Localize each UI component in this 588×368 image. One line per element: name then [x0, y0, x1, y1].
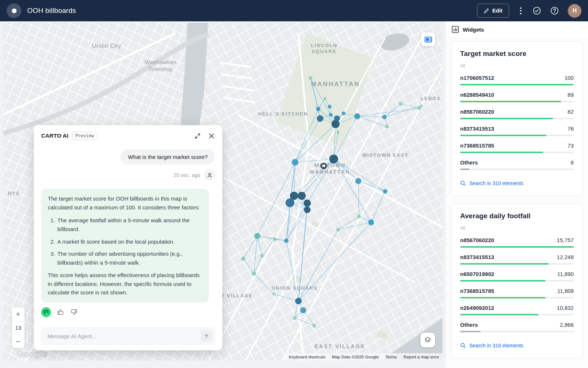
keyboard-shortcuts-link[interactable]: Keyboard shortcuts	[286, 353, 329, 361]
billboard-marker-glyph	[322, 165, 325, 167]
billboard-node[interactable]	[300, 307, 306, 313]
pencil-icon	[484, 8, 489, 14]
row-label: Others	[460, 159, 478, 166]
widget-row[interactable]: n264909201210,832	[460, 305, 574, 315]
widget-row[interactable]: n736851578573	[460, 142, 574, 153]
widget-row[interactable]: n837341551312,248	[460, 254, 574, 265]
billboard-node[interactable]	[385, 125, 389, 128]
widget-row[interactable]: n837341551376	[460, 125, 574, 136]
expand-icon[interactable]	[194, 133, 201, 139]
billboard-node[interactable]	[329, 113, 333, 117]
help-icon[interactable]	[550, 6, 559, 15]
billboard-node[interactable]	[260, 254, 264, 258]
billboard-node[interactable]	[399, 102, 402, 106]
close-icon[interactable]	[208, 132, 215, 139]
billboard-node[interactable]	[420, 105, 423, 107]
answer-outro: This score helps assess the effectivenes…	[48, 271, 202, 297]
report-map-error-link[interactable]: Report a map error	[400, 353, 442, 361]
chat-input-row	[41, 328, 215, 344]
widget-search-link[interactable]: Search in 310 elements	[460, 180, 574, 186]
widget-row[interactable]: n856706022082	[460, 109, 574, 119]
widgets-panel-title: Widgets	[463, 26, 484, 33]
widget-row[interactable]: n736851578511,809	[460, 288, 574, 298]
network-edge	[371, 191, 385, 222]
map-canvas[interactable]: Union CityWeehawkenTownshipLINCOLNSQUARE…	[3, 23, 442, 361]
map-label: EAST VILLAGE	[315, 343, 365, 349]
carto-ai-icon	[41, 307, 51, 317]
row-label: n6288549410	[460, 92, 494, 98]
row-value: 76	[567, 125, 574, 132]
billboard-node[interactable]	[292, 159, 298, 166]
billboard-node[interactable]	[272, 293, 275, 296]
widget-row[interactable]: Others2,866	[460, 322, 574, 332]
billboard-node[interactable]	[295, 298, 302, 304]
billboard-node[interactable]	[284, 238, 288, 243]
billboard-node[interactable]	[293, 316, 297, 320]
billboard-node[interactable]	[254, 233, 260, 239]
widget-row[interactable]: n1706057512100	[460, 75, 574, 85]
row-label: n2649092012	[460, 305, 494, 311]
billboard-node[interactable]	[252, 271, 256, 276]
billboard-node[interactable]	[355, 178, 361, 184]
billboard-node[interactable]	[316, 107, 320, 111]
row-bar-fill	[460, 331, 481, 332]
row-bar-track	[460, 297, 574, 298]
widgets-panel: Widgets Target market scoreAlln170605751…	[446, 21, 588, 368]
widget-row[interactable]: n856706022015,757	[460, 237, 574, 248]
widget-search-label: Search in 310 elements	[469, 343, 523, 348]
toggle-panel-button[interactable]	[421, 32, 435, 46]
billboard-node[interactable]	[382, 115, 387, 119]
send-message-button[interactable]	[201, 330, 212, 342]
widget-filter: All	[460, 63, 574, 68]
widget-search-link[interactable]: Search in 310 elements	[460, 343, 574, 348]
widget-row[interactable]: Others8	[460, 159, 574, 170]
more-options-kebab-icon[interactable]	[518, 6, 524, 16]
billboard-node[interactable]	[323, 97, 326, 100]
billboard-node[interactable]	[337, 131, 340, 134]
row-bar-track	[460, 280, 574, 282]
row-label: n7368515785	[460, 142, 494, 149]
billboard-node[interactable]	[334, 116, 340, 121]
row-bar-fill	[460, 314, 538, 315]
zoom-out-button[interactable]: −	[12, 335, 25, 348]
billboard-node[interactable]	[241, 256, 245, 261]
billboard-node[interactable]	[357, 215, 361, 218]
billboard-node[interactable]	[304, 199, 311, 207]
billboard-node[interactable]	[354, 113, 360, 119]
check-circle-icon[interactable]	[533, 6, 541, 15]
zoom-in-button[interactable]: +	[12, 307, 25, 321]
network-edge	[357, 116, 384, 117]
billboard-node[interactable]	[273, 237, 277, 241]
user-avatar[interactable]: H	[568, 4, 581, 18]
question-meta: 20 sec. ago	[174, 170, 215, 181]
billboard-node[interactable]	[328, 105, 331, 109]
billboard-node[interactable]	[368, 219, 374, 225]
billboard-node[interactable]	[383, 189, 387, 194]
billboard-node[interactable]	[342, 112, 345, 115]
chat-message-input[interactable]	[41, 328, 215, 344]
carto-logo[interactable]	[7, 3, 21, 18]
billboard-node[interactable]	[304, 206, 311, 213]
billboard-node[interactable]	[298, 192, 306, 200]
chat-header: CARTO AI Preview	[41, 132, 215, 140]
widget-row[interactable]: n650701990211,890	[460, 271, 574, 282]
row-value: 15,757	[557, 237, 574, 243]
row-label: n8373415513	[460, 254, 494, 260]
piers	[220, 63, 256, 102]
billboard-node[interactable]	[309, 76, 312, 80]
map-label: HELL'S KITCHEN	[258, 111, 308, 117]
terms-link[interactable]: Terms	[382, 353, 400, 361]
thumbs-down-icon[interactable]	[70, 308, 78, 316]
thumbs-up-icon[interactable]	[57, 308, 64, 316]
answer-list: The average footfall within a 5-minute w…	[48, 216, 202, 267]
billboard-node[interactable]	[286, 198, 294, 207]
network-edge	[294, 159, 334, 196]
billboard-node[interactable]	[312, 324, 316, 328]
layers-button[interactable]	[420, 333, 435, 347]
billboard-node[interactable]	[329, 155, 338, 163]
edit-button[interactable]: Edit	[477, 4, 509, 18]
billboard-node[interactable]	[336, 228, 340, 231]
billboard-node[interactable]	[317, 115, 323, 122]
widget-row[interactable]: n628854941089	[460, 92, 574, 102]
billboard-node[interactable]	[331, 120, 340, 128]
